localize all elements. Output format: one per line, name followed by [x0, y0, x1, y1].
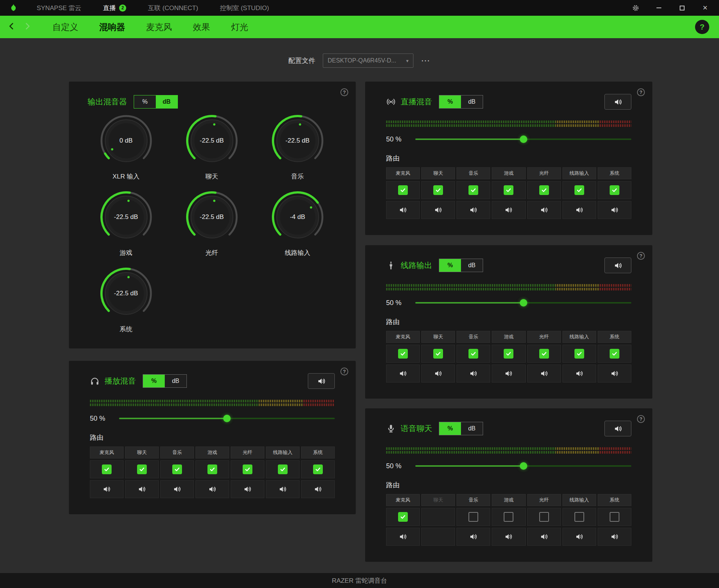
unit-dB-button[interactable]: dB: [156, 95, 178, 108]
close-button[interactable]: ×: [701, 4, 709, 12]
channel-mute-button[interactable]: [575, 532, 584, 541]
panel-help-icon[interactable]: ?: [340, 88, 348, 96]
channel-mute-button[interactable]: [398, 532, 407, 541]
tab-synapse[interactable]: SYNAPSE 雷云: [37, 4, 81, 12]
unit-dB-button[interactable]: dB: [461, 259, 483, 272]
volume-slider[interactable]: [119, 412, 335, 425]
channel-checkbox[interactable]: [433, 185, 443, 195]
tab-mixer[interactable]: 混响器: [99, 21, 125, 33]
channel-checkbox[interactable]: [539, 349, 549, 359]
knob-dial[interactable]: 0 dB: [98, 112, 155, 169]
panel-help-icon[interactable]: ?: [637, 88, 645, 96]
settings-gear-icon[interactable]: [631, 4, 640, 12]
channel-checkbox[interactable]: [504, 512, 513, 522]
profile-dropdown[interactable]: DESKTOP-QA6R45V-D... ▾: [323, 54, 413, 68]
channel-checkbox[interactable]: [468, 185, 478, 195]
channel-mute-button[interactable]: [398, 369, 407, 378]
knob-dial[interactable]: -22.5 dB: [183, 189, 240, 246]
help-icon[interactable]: ?: [695, 20, 709, 34]
knob-dial[interactable]: -22.5 dB: [183, 112, 240, 169]
knob-dial[interactable]: -4 dB: [269, 189, 326, 246]
channel-checkbox[interactable]: [539, 185, 549, 195]
knob-dial[interactable]: -22.5 dB: [98, 265, 155, 322]
volume-slider[interactable]: [415, 133, 631, 146]
channel-mute-button[interactable]: [540, 369, 549, 378]
channel-checkbox[interactable]: [433, 349, 443, 359]
knob-dial[interactable]: -22.5 dB: [98, 189, 155, 246]
channel-checkbox[interactable]: [574, 512, 584, 522]
channel-mute-button[interactable]: [610, 532, 619, 541]
volume-slider[interactable]: [415, 296, 631, 309]
slider-thumb[interactable]: [223, 415, 231, 422]
unit-dB-button[interactable]: dB: [461, 95, 483, 108]
channel-mute-button[interactable]: [469, 205, 478, 214]
channel-mute-button[interactable]: [610, 205, 619, 214]
channel-mute-button[interactable]: [434, 205, 443, 214]
mute-button[interactable]: [604, 421, 631, 436]
mute-button[interactable]: [604, 258, 631, 273]
channel-checkbox[interactable]: [574, 349, 584, 359]
channel-checkbox[interactable]: [468, 349, 478, 359]
mute-button[interactable]: [308, 373, 335, 389]
channel-checkbox[interactable]: [137, 464, 147, 474]
tab-lighting[interactable]: 灯光: [231, 21, 248, 33]
tab-connect[interactable]: 互联 (CONNECT): [148, 4, 198, 12]
channel-checkbox[interactable]: [610, 185, 619, 195]
channel-checkbox[interactable]: [610, 349, 619, 359]
unit-dB-button[interactable]: dB: [461, 422, 483, 435]
mute-button[interactable]: [604, 94, 631, 110]
maximize-button[interactable]: [678, 4, 686, 12]
channel-checkbox[interactable]: [610, 512, 619, 522]
channel-mute-button[interactable]: [540, 532, 549, 541]
unit-percent-button[interactable]: %: [134, 95, 156, 108]
channel-mute-button[interactable]: [278, 485, 287, 494]
channel-mute-button[interactable]: [504, 205, 513, 214]
channel-checkbox[interactable]: [574, 185, 584, 195]
channel-mute-button[interactable]: [434, 369, 443, 378]
knob-dial[interactable]: -22.5 dB: [269, 112, 326, 169]
channel-mute-button[interactable]: [575, 369, 584, 378]
channel-mute-button[interactable]: [313, 485, 322, 494]
channel-checkbox[interactable]: [398, 185, 408, 195]
channel-mute-button[interactable]: [173, 485, 182, 494]
unit-dB-button[interactable]: dB: [165, 375, 186, 387]
channel-checkbox[interactable]: [278, 464, 288, 474]
panel-help-icon[interactable]: ?: [637, 252, 645, 260]
channel-checkbox[interactable]: [102, 464, 112, 474]
channel-mute-button[interactable]: [504, 532, 513, 541]
tab-microphone[interactable]: 麦克风: [146, 21, 172, 33]
channel-mute-button[interactable]: [504, 369, 513, 378]
channel-checkbox[interactable]: [398, 512, 408, 522]
channel-checkbox[interactable]: [539, 512, 549, 522]
channel-mute-button[interactable]: [575, 205, 584, 214]
channel-mute-button[interactable]: [243, 485, 252, 494]
channel-mute-button[interactable]: [540, 205, 549, 214]
tab-studio[interactable]: 控制室 (STUDIO): [220, 4, 269, 12]
channel-mute-button[interactable]: [398, 205, 407, 214]
slider-thumb[interactable]: [520, 462, 527, 470]
volume-slider[interactable]: [415, 460, 631, 472]
channel-mute-button[interactable]: [102, 485, 111, 494]
slider-thumb[interactable]: [520, 299, 527, 307]
channel-mute-button[interactable]: [469, 369, 478, 378]
tab-stream[interactable]: 直播 2: [103, 4, 126, 12]
more-options-button[interactable]: ⋯: [421, 59, 431, 63]
forward-chevron-icon[interactable]: [23, 22, 31, 32]
tab-customize[interactable]: 自定义: [52, 21, 78, 33]
channel-checkbox[interactable]: [207, 464, 217, 474]
channel-checkbox[interactable]: [313, 464, 323, 474]
channel-checkbox[interactable]: [172, 464, 182, 474]
channel-mute-button[interactable]: [208, 485, 217, 494]
channel-mute-button[interactable]: [137, 485, 146, 494]
channel-checkbox[interactable]: [468, 512, 478, 522]
unit-percent-button[interactable]: %: [439, 422, 461, 435]
unit-percent-button[interactable]: %: [439, 95, 461, 108]
back-chevron-icon[interactable]: [7, 22, 16, 32]
channel-checkbox[interactable]: [504, 349, 513, 359]
channel-mute-button[interactable]: [610, 369, 619, 378]
channel-checkbox[interactable]: [398, 349, 408, 359]
channel-checkbox[interactable]: [243, 464, 252, 474]
unit-percent-button[interactable]: %: [439, 259, 461, 272]
channel-checkbox[interactable]: [504, 185, 513, 195]
tab-effects[interactable]: 效果: [193, 21, 210, 33]
